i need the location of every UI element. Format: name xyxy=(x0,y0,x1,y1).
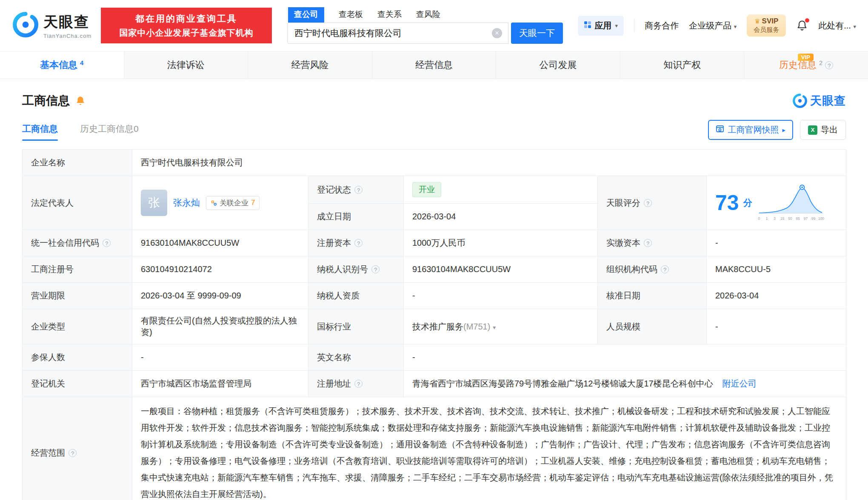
table-row: 经营范围? 一般项目：谷物种植；租赁服务（不含许可类租赁服务）；技术服务、技术开… xyxy=(23,397,846,500)
staff-size-value: - xyxy=(707,309,846,344)
business-scope-label: 经营范围? xyxy=(23,397,132,500)
help-icon[interactable]: ? xyxy=(103,239,111,247)
subtab-history-registration[interactable]: 历史工商信息0 xyxy=(80,123,139,141)
excel-icon: X xyxy=(808,125,817,135)
main-content: 工商信息 天眼查 工商信息 历史工商信息0 xyxy=(0,93,868,500)
search-input-wrap: × xyxy=(287,23,508,44)
company-type-value: 有限责任公司(自然人投资或控股的法人独资) xyxy=(132,309,308,344)
search-tab-company[interactable]: 查公司 xyxy=(288,7,324,23)
score-distribution-chart: 013 155085 9799100 xyxy=(757,182,825,223)
insured-count-value: - xyxy=(132,344,308,371)
table-row: 登记机关 西宁市城西区市场监督管理局 注册地址? 青海省西宁市城西区海晏路79号… xyxy=(23,371,846,397)
help-icon[interactable]: ? xyxy=(661,265,669,273)
vip-badge: VIP xyxy=(798,54,814,61)
related-companies-tag[interactable]: 关联企业 7 xyxy=(206,196,260,210)
divider xyxy=(634,19,634,32)
score-unit: 分 xyxy=(743,197,752,209)
org-code-label: 组织机构代码? xyxy=(598,256,707,283)
status-badge: 开业 xyxy=(412,182,441,197)
biz-cooperation-link[interactable]: 商务合作 xyxy=(645,20,679,31)
tab-history-info[interactable]: VIP 历史信息 2 ? xyxy=(744,51,868,79)
reg-number-label: 工商注册号 xyxy=(23,256,132,283)
help-icon[interactable]: ? xyxy=(69,449,77,457)
help-icon[interactable]: ? xyxy=(644,199,652,207)
search-button[interactable]: 天眼一下 xyxy=(511,23,563,44)
company-name-label: 企业名称 xyxy=(23,150,132,176)
svg-text:3: 3 xyxy=(774,216,776,221)
help-icon[interactable]: ? xyxy=(371,265,380,273)
apps-menu[interactable]: 应用 ▾ xyxy=(578,16,624,36)
help-icon[interactable]: ? xyxy=(825,61,833,69)
help-icon[interactable]: ? xyxy=(354,186,363,194)
subtab-business-registration[interactable]: 工商信息 xyxy=(22,123,58,141)
chevron-down-icon[interactable]: ▾ xyxy=(493,324,496,331)
establish-date-value: 2026-03-04 xyxy=(404,204,598,230)
tab-basic-info[interactable]: 基本信息 4 xyxy=(0,51,124,79)
search-tabs: 查公司 查老板 查关系 查风险 xyxy=(287,7,563,23)
export-button[interactable]: X 导出 xyxy=(800,120,846,140)
promo-line-2: 国家中小企业发展子基金旗下机构 xyxy=(120,27,254,39)
industry-code: (M751) xyxy=(463,322,490,331)
industry-value: 技术推广服务 xyxy=(412,322,463,331)
svg-text:15: 15 xyxy=(780,216,785,221)
company-name-value: 西宁时代电服科技有限公司 xyxy=(132,150,846,176)
taxpayer-quality-label: 纳税人资质 xyxy=(308,283,404,309)
tab-company-development[interactable]: 公司发展 xyxy=(496,51,620,79)
subscribe-bell-icon[interactable] xyxy=(75,95,86,106)
tab-intellectual-property[interactable]: 知识产权 xyxy=(620,51,745,79)
table-row: 法定代表人 张 张永灿 关联企业 7 xyxy=(23,176,846,204)
search-area: 查公司 查老板 查关系 查风险 × 天眼一下 xyxy=(287,7,563,44)
company-type-label: 企业类型 xyxy=(23,309,132,344)
taxpayer-id-label: 纳税人识别号? xyxy=(308,256,404,283)
english-name-value: - xyxy=(404,344,846,371)
paid-capital-label: 实缴资本? xyxy=(598,230,707,256)
approve-date-value: 2026-03-04 xyxy=(707,283,846,309)
svg-text:50: 50 xyxy=(788,216,792,221)
apps-label: 应用 xyxy=(595,20,612,31)
tab-business-info[interactable]: 经营信息 xyxy=(372,51,497,79)
help-icon[interactable]: ? xyxy=(644,239,652,247)
enterprise-products-link[interactable]: 企业级产品 ▾ xyxy=(689,20,737,31)
tianyan-score: 73 分 013 155085 9799100 xyxy=(715,182,837,223)
tab-operational-risk[interactable]: 经营风险 xyxy=(248,51,372,79)
chevron-down-icon: ▾ xyxy=(615,23,618,29)
search-tab-boss[interactable]: 查老板 xyxy=(339,9,363,23)
promo-banner: 都在用的商业查询工具 国家中小企业发展子基金旗下机构 xyxy=(101,8,272,43)
top-right-nav: 应用 ▾ 商务合作 企业级产品 ▾ ♛SVIP 会员服务 此处有.. xyxy=(578,14,856,37)
nearby-companies-link[interactable]: 附近公司 xyxy=(722,379,757,388)
table-row: 参保人数 - 英文名称 - xyxy=(23,344,846,371)
svg-text:0: 0 xyxy=(758,216,760,221)
tianyancha-logo[interactable]: 天眼查 TianYanCha.com xyxy=(12,11,91,40)
help-icon[interactable]: ? xyxy=(354,380,363,388)
reg-capital-label: 注册资本? xyxy=(308,230,404,256)
search-tab-risk[interactable]: 查风险 xyxy=(416,9,440,23)
reg-status-label: 登记状态? xyxy=(308,176,404,204)
business-term-label: 营业期限 xyxy=(23,283,132,309)
address-value: 青海省西宁市城西区海晏路79号博雅金融广场12号楼锦诚大厦17楼昆仑科创中心 xyxy=(412,379,713,388)
search-input[interactable] xyxy=(294,28,482,38)
tab-legal-proceedings[interactable]: 法律诉讼 xyxy=(124,51,248,79)
table-row: 企业名称 西宁时代电服科技有限公司 xyxy=(23,150,846,176)
insured-count-label: 参保人数 xyxy=(23,344,132,371)
search-tab-relation[interactable]: 查关系 xyxy=(377,9,402,23)
tianyancha-watermark: 天眼查 xyxy=(792,93,846,108)
tianyancha-swirl-icon xyxy=(12,11,39,40)
registry-authority-value: 西宁市城西区市场监督管理局 xyxy=(132,371,308,397)
help-icon[interactable]: ? xyxy=(354,239,363,247)
official-snapshot-button[interactable]: 工商官网快照 ▸ xyxy=(708,120,793,140)
industry-label: 国标行业 xyxy=(308,309,404,344)
table-row: 统一社会信用代码? 91630104MAK8CCUU5W 注册资本? 1000万… xyxy=(23,230,846,256)
svip-member-button[interactable]: ♛SVIP 会员服务 xyxy=(747,14,786,37)
staff-size-label: 人员规模 xyxy=(598,309,707,344)
tianyancha-company-page: 天眼查 TianYanCha.com 都在用的商业查询工具 国家中小企业发展子基… xyxy=(0,0,868,500)
more-link[interactable]: 此处有... ▾ xyxy=(818,20,856,31)
taxpayer-quality-value: - xyxy=(404,283,598,309)
credit-code-value: 91630104MAK8CCUU5W xyxy=(132,230,308,256)
brand-domain: TianYanCha.com xyxy=(43,33,91,39)
avatar[interactable]: 张 xyxy=(141,190,167,216)
taxpayer-id-value: 91630104MAK8CCUU5W xyxy=(404,256,598,283)
notification-bell-icon[interactable] xyxy=(796,20,808,31)
legal-rep-link[interactable]: 张永灿 xyxy=(173,197,200,209)
tab-count: 2 xyxy=(819,59,822,66)
clear-search-icon[interactable]: × xyxy=(492,28,502,38)
